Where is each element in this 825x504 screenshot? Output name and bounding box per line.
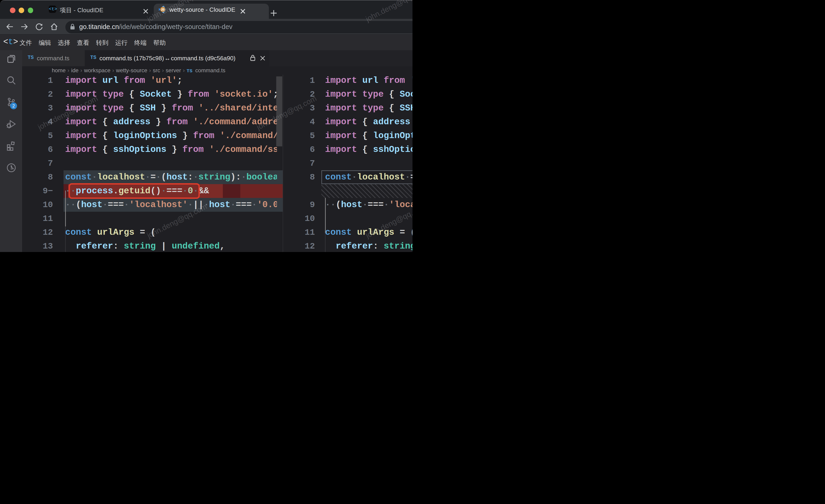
svg-text:JS: JS <box>161 8 165 11</box>
